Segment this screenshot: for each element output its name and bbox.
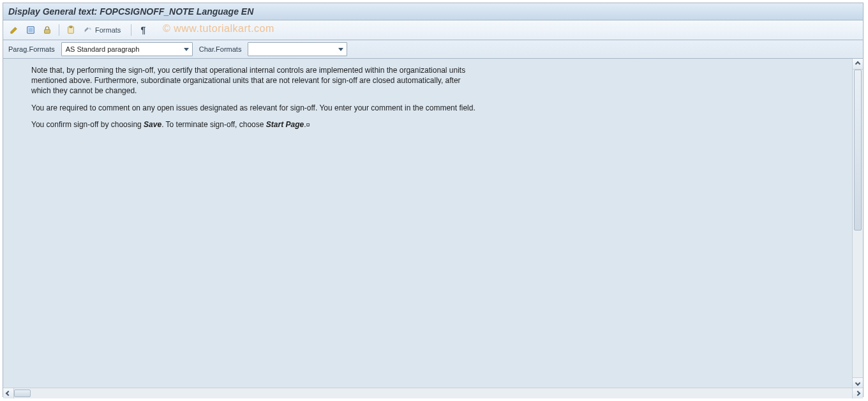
editor-area[interactable]: Note that, by performing the sign-off, y… [3,59,853,388]
parag-formats-dropdown[interactable]: AS Standard paragraph [61,42,193,56]
svg-rect-1 [29,28,33,33]
end-mark: ¤ [306,121,310,128]
formats-bar: Parag.Formats AS Standard paragraph Char… [3,40,863,59]
formats-button[interactable]: Formats [80,23,126,37]
scroll-down-button[interactable] [853,377,863,388]
vertical-scroll-thumb[interactable] [854,70,862,231]
app-window: Display General text: FOPCSIGNOFF_NOTE L… [3,3,864,397]
horizontal-scroll-thumb[interactable] [14,390,31,397]
char-formats-dropdown[interactable] [248,42,347,56]
chevron-down-icon [855,381,860,386]
display-icon[interactable] [24,23,38,37]
toolbar: Formats ¶ © www.tutorialkart.com [3,20,863,40]
toolbar-separator [131,24,131,36]
document-body: Note that, by performing the sign-off, y… [3,59,484,142]
chevron-left-icon [6,391,11,396]
clipboard-icon[interactable] [64,23,78,37]
lock-icon[interactable] [40,23,54,37]
pilcrow-icon[interactable]: ¶ [136,23,150,37]
save-keyword: Save [144,120,161,129]
formats-label: Formats [95,26,121,34]
doc-paragraph: You confirm sign-off by choosing Save. T… [31,119,478,130]
content-wrap: Note that, by performing the sign-off, y… [3,59,863,398]
scroll-left-button[interactable] [3,388,14,398]
edit-icon[interactable] [7,23,21,37]
scroll-up-button[interactable] [853,59,863,70]
svg-rect-2 [45,29,50,33]
chevron-right-icon [855,391,860,396]
vertical-scrollbar[interactable] [852,59,863,388]
startpage-keyword: Start Page [266,120,304,129]
watermark-text: © www.tutorialkart.com [163,23,274,34]
svg-rect-4 [70,26,72,28]
chevron-up-icon [855,61,860,66]
doc-paragraph: You are required to comment on any open … [31,103,478,113]
scroll-right-button[interactable] [852,388,863,398]
parag-formats-value: AS Standard paragraph [66,45,140,53]
horizontal-scrollbar[interactable] [3,388,863,398]
title-bar: Display General text: FOPCSIGNOFF_NOTE L… [3,3,863,20]
char-formats-label: Char.Formats [199,45,242,53]
doc-paragraph: Note that, by performing the sign-off, y… [31,65,478,96]
parag-formats-label: Parag.Formats [8,45,55,53]
window-title: Display General text: FOPCSIGNOFF_NOTE L… [8,6,253,17]
toolbar-separator [59,24,59,36]
